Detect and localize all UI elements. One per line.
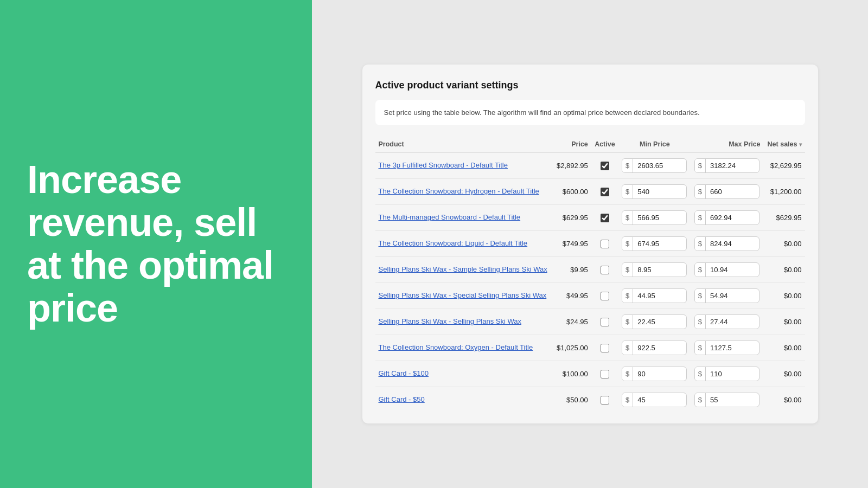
min-currency-symbol: $ [622,289,633,303]
active-checkbox[interactable] [601,240,609,248]
max-price-input[interactable] [706,315,749,329]
max-price-input[interactable] [706,367,749,381]
active-cell [591,153,618,179]
product-cell: The 3p Fulfilled Snowboard - Default Tit… [375,153,553,179]
active-cell [591,387,618,413]
right-panel: Active product variant settings Set pric… [312,0,868,488]
min-price-input[interactable] [633,237,676,251]
max-currency-symbol: $ [695,159,706,172]
min-price-input[interactable] [633,159,676,172]
max-price-input[interactable] [706,263,749,277]
max-currency-symbol: $ [695,315,706,329]
min-currency-symbol: $ [622,185,633,198]
price-cell: $50.00 [553,387,591,413]
min-price-cell: $ [618,335,691,361]
max-price-cell: $ [691,205,764,231]
sort-icon: ▾ [799,142,802,147]
active-checkbox[interactable] [601,318,609,326]
min-price-input[interactable] [633,211,676,224]
max-currency-symbol: $ [695,185,706,198]
product-link[interactable]: Gift Card - $50 [379,395,550,404]
max-price-input[interactable] [706,393,749,407]
active-checkbox[interactable] [601,344,609,352]
net-sales-cell: $629.95 [764,205,805,231]
active-cell [591,283,618,309]
active-checkbox[interactable] [601,370,609,378]
max-price-input[interactable] [706,185,749,198]
min-price-input[interactable] [633,289,676,303]
settings-card: Active product variant settings Set pric… [362,65,818,424]
table-row: The Collection Snowboard: Liquid - Defau… [375,231,805,257]
product-link[interactable]: Selling Plans Ski Wax - Sample Selling P… [379,265,550,274]
product-link[interactable]: The Collection Snowboard: Oxygen - Defau… [379,343,550,352]
min-currency-symbol: $ [622,393,633,407]
min-price-cell: $ [618,309,691,335]
min-price-cell: $ [618,205,691,231]
col-net-sales[interactable]: Net sales ▾ [764,136,805,153]
price-cell: $24.95 [553,309,591,335]
min-price-cell: $ [618,153,691,179]
max-price-input[interactable] [706,289,749,303]
max-price-cell: $ [691,283,764,309]
min-price-input[interactable] [633,263,676,277]
active-cell [591,335,618,361]
product-link[interactable]: Gift Card - $100 [379,369,550,378]
min-price-input[interactable] [633,315,676,329]
active-cell [591,309,618,335]
min-price-input[interactable] [633,185,676,198]
info-box: Set price using the table below. The alg… [375,100,805,126]
min-currency-symbol: $ [622,159,633,172]
price-cell: $629.95 [553,205,591,231]
price-cell: $1,025.00 [553,335,591,361]
max-price-input[interactable] [706,211,749,224]
active-checkbox[interactable] [601,292,609,300]
min-price-input[interactable] [633,367,676,381]
net-sales-cell: $1,200.00 [764,179,805,205]
product-link[interactable]: Selling Plans Ski Wax - Selling Plans Sk… [379,317,550,326]
left-panel: Increase revenue, sell at the optimal pr… [0,0,312,488]
max-currency-symbol: $ [695,393,706,407]
product-link[interactable]: The 3p Fulfilled Snowboard - Default Tit… [379,161,550,170]
max-currency-symbol: $ [695,237,706,251]
col-max-price: Max Price [691,136,764,153]
net-sales-cell: $0.00 [764,231,805,257]
product-link[interactable]: The Collection Snowboard: Liquid - Defau… [379,239,550,248]
active-checkbox[interactable] [601,266,609,274]
active-cell [591,231,618,257]
price-cell: $600.00 [553,179,591,205]
col-active: Active [591,136,618,153]
max-price-input[interactable] [706,341,749,355]
max-price-input[interactable] [706,237,749,251]
active-checkbox[interactable] [601,214,609,222]
max-price-cell: $ [691,361,764,387]
min-price-cell: $ [618,179,691,205]
max-currency-symbol: $ [695,263,706,277]
active-checkbox[interactable] [601,396,609,404]
product-link[interactable]: Selling Plans Ski Wax - Special Selling … [379,291,550,300]
active-cell [591,257,618,283]
col-min-price: Min Price [618,136,691,153]
min-price-cell: $ [618,231,691,257]
price-cell: $49.95 [553,283,591,309]
active-checkbox[interactable] [601,162,609,170]
product-cell: Gift Card - $50 [375,387,553,413]
min-currency-symbol: $ [622,237,633,251]
min-price-cell: $ [618,257,691,283]
min-currency-symbol: $ [622,315,633,329]
table-row: Selling Plans Ski Wax - Sample Selling P… [375,257,805,283]
active-checkbox[interactable] [601,188,609,196]
table-row: Gift Card - $100$100.00$$$0.00 [375,361,805,387]
min-price-cell: $ [618,361,691,387]
min-price-input[interactable] [633,341,676,355]
hero-heading: Increase revenue, sell at the optimal pr… [27,158,285,330]
max-currency-symbol: $ [695,211,706,224]
min-currency-symbol: $ [622,263,633,277]
product-link[interactable]: The Collection Snowboard: Hydrogen - Def… [379,187,550,196]
max-price-input[interactable] [706,159,749,172]
min-currency-symbol: $ [622,211,633,224]
min-price-input[interactable] [633,393,676,407]
product-link[interactable]: The Multi-managed Snowboard - Default Ti… [379,213,550,222]
product-cell: Selling Plans Ski Wax - Selling Plans Sk… [375,309,553,335]
active-cell [591,205,618,231]
price-cell: $9.95 [553,257,591,283]
